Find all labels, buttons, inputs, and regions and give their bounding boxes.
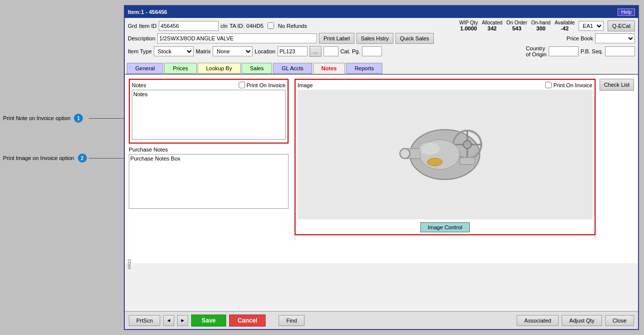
- image-print-label: Print On Invoice: [553, 82, 592, 88]
- image-print-checkbox[interactable]: [545, 82, 552, 88]
- country-input[interactable]: [549, 46, 579, 56]
- grd-label: Grd: [128, 23, 137, 29]
- allocated-value: 342: [488, 25, 497, 31]
- ta-id-label: TA ID:: [230, 23, 245, 29]
- on-hand-stat: On-hand 300: [531, 20, 551, 31]
- form-row-1: Grd Item ID cln TA ID: 04HD5 No Refunds …: [128, 20, 635, 31]
- matrix-select[interactable]: None: [213, 46, 253, 56]
- notes-section: Notes Print On Invoice Notes: [129, 79, 289, 144]
- stat-block: WIP Qty 1.0000 Allocated 342 On Order 54…: [459, 20, 635, 31]
- find-button[interactable]: Find: [279, 315, 304, 326]
- sales-hstry-button[interactable]: Sales Hstry: [356, 33, 393, 44]
- on-order-label: On Order: [506, 20, 527, 25]
- tab-glaccts[interactable]: GL Accts: [273, 63, 312, 74]
- allocated-label: Allocated: [482, 20, 502, 25]
- bottom-bar: PrtScn ◄ ► Save Cancel Find Associated A…: [125, 311, 638, 329]
- image-control-button[interactable]: Image Control: [420, 222, 470, 232]
- on-hand-value: 300: [536, 25, 545, 31]
- annotation-1-label: Print Note on Invoice option 1: [3, 114, 83, 123]
- title-bar: Item:1 - 456456 Help: [125, 6, 638, 18]
- allocated-stat: Allocated 342: [482, 20, 502, 31]
- image-print-on-invoice: Print On Invoice: [545, 82, 592, 88]
- notes-header: Notes Print On Invoice: [132, 82, 286, 88]
- annotation-2-label: Print Image on Invoice option 2: [3, 154, 87, 163]
- content-area: Notes Print On Invoice Notes Purchase No…: [125, 74, 638, 263]
- quick-sales-button[interactable]: Quick Sales: [395, 33, 434, 44]
- image-display: [298, 90, 593, 219]
- checklist-button[interactable]: Check List: [600, 79, 634, 91]
- right-top: Image Print On Invoice: [295, 79, 634, 235]
- matrix-label: Matrix: [196, 48, 211, 54]
- svg-point-4: [463, 141, 471, 149]
- price-book-select[interactable]: [595, 33, 635, 43]
- close-button[interactable]: Close: [605, 315, 634, 326]
- wip-qty-label: WIP Qty: [459, 20, 478, 25]
- description-label: Description: [128, 35, 155, 41]
- right-panel: Image Print On Invoice: [295, 79, 634, 259]
- country-label: Countryof Origin: [526, 45, 547, 57]
- help-button[interactable]: Help: [618, 8, 635, 16]
- window-title: Item:1 - 456456: [128, 9, 167, 15]
- available-label: Available: [555, 20, 575, 25]
- valve-svg: [390, 105, 500, 204]
- notes-print-on-invoice: Print On Invoice: [239, 82, 286, 88]
- no-refunds-checkbox[interactable]: [268, 22, 274, 29]
- image-header: Image Print On Invoice: [298, 82, 593, 88]
- tab-lookup[interactable]: Lookup By: [198, 63, 241, 74]
- item-id-input[interactable]: [159, 21, 219, 31]
- on-hand-label: On-hand: [531, 20, 551, 25]
- print-label-button[interactable]: Print Label: [319, 33, 354, 44]
- left-panel: Notes Print On Invoice Notes Purchase No…: [129, 79, 289, 259]
- cln-label: cln: [221, 23, 228, 29]
- prtscn-button[interactable]: PrtScn: [129, 315, 160, 326]
- on-order-stat: On Order 543: [506, 20, 527, 31]
- description-input[interactable]: [157, 33, 317, 43]
- adjust-qty-button[interactable]: Adjust Qty: [562, 315, 602, 326]
- purchase-notes-textarea[interactable]: Purchase Notes Box: [129, 154, 289, 209]
- form-row-3: Item Type Stock Matrix None Location ...…: [128, 45, 635, 57]
- nav-prev-button[interactable]: ◄: [163, 315, 174, 326]
- svg-point-10: [420, 143, 440, 155]
- side-number: 6933: [127, 259, 132, 269]
- svg-point-6: [400, 149, 410, 159]
- tab-notes[interactable]: Notes: [313, 63, 345, 74]
- save-button[interactable]: Save: [191, 315, 226, 327]
- svg-rect-7: [460, 158, 475, 165]
- annotation-2-circle: 2: [78, 154, 87, 163]
- location-input[interactable]: [278, 46, 308, 56]
- browse-button[interactable]: ...: [310, 46, 322, 57]
- notes-section-label: Notes: [132, 82, 146, 88]
- tab-sales[interactable]: Sales: [242, 63, 273, 74]
- unit-select[interactable]: EA1: [579, 21, 604, 31]
- notes-print-checkbox[interactable]: [239, 82, 245, 88]
- location-label: Location: [255, 48, 276, 54]
- tab-general[interactable]: General: [127, 63, 163, 74]
- purchase-notes-section: Purchase Notes Purchase Notes Box: [129, 147, 289, 209]
- notes-textarea[interactable]: Notes: [132, 90, 286, 140]
- image-label: Image: [298, 82, 313, 88]
- associated-button[interactable]: Associated: [517, 315, 559, 326]
- pb-seq-input[interactable]: [605, 46, 635, 56]
- item-type-label: Item Type: [128, 48, 152, 54]
- q-ecat-button[interactable]: Q-ECat: [608, 20, 635, 31]
- cat-pg-input[interactable]: [362, 46, 382, 56]
- available-stat: Available -42: [555, 20, 575, 31]
- tabs-bar: General Prices Lookup By Sales GL Accts …: [125, 61, 638, 74]
- notes-print-label: Print On Invoice: [247, 82, 286, 88]
- annotation-1-circle: 1: [74, 114, 83, 123]
- cancel-button[interactable]: Cancel: [229, 315, 266, 327]
- on-order-value: 543: [512, 25, 521, 31]
- tab-reports[interactable]: Reports: [346, 63, 382, 74]
- tab-prices[interactable]: Prices: [164, 63, 197, 74]
- main-window: Item:1 - 456456 Help Grd Item ID cln TA …: [124, 5, 639, 330]
- wip-qty-value: 1.0000: [460, 25, 477, 31]
- purchase-notes-label: Purchase Notes: [129, 147, 289, 153]
- form-row-2: Description Print Label Sales Hstry Quic…: [128, 33, 635, 44]
- pb-seq-label: P.B. Seq.: [581, 48, 603, 54]
- item-type-select[interactable]: Stock: [154, 46, 194, 56]
- svg-point-9: [427, 158, 442, 166]
- location-extra-input[interactable]: [323, 46, 338, 56]
- wip-qty-stat: WIP Qty 1.0000: [459, 20, 478, 31]
- nav-next-button[interactable]: ►: [177, 315, 188, 326]
- available-value: -42: [561, 25, 569, 31]
